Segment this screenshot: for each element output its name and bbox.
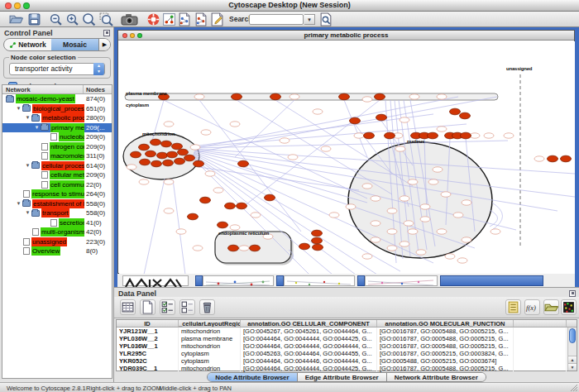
zoom-fit-icon[interactable] [82, 12, 96, 26]
network-edge[interactable] [173, 179, 185, 275]
tree-row[interactable]: nitrogen compo209(0) [2, 142, 112, 152]
network-node-selected[interactable] [194, 160, 204, 167]
minimized-window-2[interactable] [203, 275, 274, 286]
network-node[interactable] [453, 213, 463, 218]
network-node[interactable] [387, 229, 397, 234]
zoom-in-icon[interactable] [65, 12, 79, 26]
network-node-selected[interactable] [428, 132, 438, 139]
tree-row[interactable]: response to stimul264(0) [2, 189, 112, 199]
network-node-selected[interactable] [461, 132, 471, 139]
network-node[interactable] [193, 246, 203, 251]
tree-row[interactable]: mosaic-demo-yeast874(0) [2, 94, 112, 104]
search-options-icon[interactable] [319, 12, 333, 26]
tree-row[interactable]: ▼primary metabo209(... [2, 123, 112, 133]
network-node[interactable] [420, 204, 430, 209]
column-header[interactable]: ID [117, 320, 179, 327]
minimized-window-3[interactable] [284, 275, 355, 286]
delete-attribute-icon[interactable] [199, 299, 215, 315]
network-node[interactable] [288, 155, 298, 160]
network-node[interactable] [280, 138, 290, 143]
network-node-selected[interactable] [151, 160, 162, 167]
network-node-selected[interactable] [175, 158, 185, 165]
network-node-selected[interactable] [376, 114, 387, 121]
network-node[interactable] [504, 133, 514, 138]
network-node[interactable] [230, 225, 240, 230]
attribute-table-icon[interactable] [120, 299, 136, 315]
network-node-selected[interactable] [270, 93, 281, 100]
tree-header[interactable]: Network Nodes [2, 85, 112, 94]
tree-row[interactable]: ▼establishment of lo558(0) [2, 199, 112, 209]
tab-network-attribute-browser[interactable]: Network Attribute Browser [387, 373, 486, 381]
table-row[interactable]: YPL036W__2plasma membrane[GO:0044464, GO… [117, 335, 577, 342]
network-node[interactable] [205, 171, 215, 176]
attribute-table-header[interactable]: ID_cellularLayoutRegionannotation.GO CEL… [117, 320, 577, 327]
tree-row[interactable]: secretion41(0) [2, 218, 112, 228]
network-node[interactable] [416, 250, 426, 255]
network-node[interactable] [371, 196, 380, 201]
import-network-icon[interactable] [177, 12, 191, 26]
network-node[interactable] [239, 246, 249, 251]
network-node-selected[interactable] [140, 159, 151, 165]
minimized-window-2-grip[interactable] [195, 275, 203, 286]
unselect-attributes-icon[interactable] [179, 299, 195, 315]
data-panel-float-icon[interactable] [569, 290, 576, 297]
network-node[interactable] [400, 241, 409, 246]
network-node-selected[interactable] [313, 244, 323, 251]
tree-header-nodes[interactable]: Nodes [86, 86, 105, 93]
network-node[interactable] [371, 221, 380, 226]
network-node[interactable] [321, 146, 331, 151]
network-node[interactable] [428, 179, 438, 184]
network-node[interactable] [127, 165, 136, 170]
table-row[interactable]: YKR052Ccytoplasm[GO:0044464, GO:0044446,… [117, 357, 577, 365]
network-node[interactable] [362, 184, 372, 189]
network-node[interactable] [462, 200, 471, 205]
network-node-selected[interactable] [161, 141, 172, 147]
network-node-selected[interactable] [172, 143, 183, 150]
network-node[interactable] [433, 167, 443, 172]
network-node[interactable] [534, 156, 544, 161]
node-color-dropdown[interactable]: transporter activity ▲▼ [9, 63, 105, 75]
network-node-selected[interactable] [250, 245, 261, 251]
tree-row[interactable]: ▼cellular process614(0) [2, 161, 112, 171]
network-node[interactable] [213, 188, 223, 193]
minimized-window-4[interactable] [365, 275, 438, 286]
table-row[interactable]: YLR295Ccytoplasm[GO:0045263, GO:0044464,… [117, 350, 577, 357]
tab-node-attribute-browser[interactable]: Node Attribute Browser [208, 373, 298, 381]
network-node[interactable] [445, 254, 455, 259]
network-node[interactable] [387, 208, 397, 213]
network-node-selected[interactable] [312, 230, 323, 237]
zoom-out-icon[interactable] [49, 12, 63, 26]
expander-icon[interactable]: ▼ [15, 104, 22, 113]
network-node[interactable] [457, 258, 467, 263]
network-node[interactable] [164, 122, 174, 127]
network-node[interactable] [313, 109, 323, 114]
network-node-selected[interactable] [146, 151, 156, 157]
network-node-selected[interactable] [548, 155, 558, 162]
network-node[interactable] [437, 229, 447, 234]
tree-row[interactable]: macromolecule311(0) [2, 151, 112, 161]
network-node[interactable] [164, 179, 174, 184]
network-edge[interactable] [198, 97, 497, 152]
network-view-window[interactable]: primary metabolic process plasma membran… [117, 30, 575, 274]
network-node-selected[interactable] [450, 108, 461, 115]
apply-layout-icon[interactable] [162, 12, 176, 26]
tree-row[interactable]: Overview8(0) [2, 246, 112, 256]
network-node-selected[interactable] [299, 243, 310, 250]
network-node-selected[interactable] [218, 222, 228, 228]
tree-row[interactable]: cell communicat22(0) [2, 180, 112, 190]
scrollbar-thumb[interactable] [569, 328, 576, 343]
network-node[interactable] [387, 246, 397, 251]
network-node-selected[interactable] [157, 152, 168, 159]
network-node[interactable] [404, 221, 414, 226]
network-node-selected[interactable] [131, 151, 141, 158]
zoom-selected-region-icon[interactable] [99, 12, 113, 26]
network-node[interactable] [400, 117, 409, 122]
network-edge[interactable] [243, 167, 367, 203]
network-node-selected[interactable] [139, 144, 150, 151]
network-node-selected[interactable] [167, 151, 178, 158]
matrix-view-icon[interactable] [561, 299, 577, 315]
network-node-selected[interactable] [238, 160, 249, 167]
tree-row[interactable]: multi-organism pro42(0) [2, 227, 112, 237]
tab-mosaic[interactable]: Mosaic [51, 39, 98, 50]
network-node-selected[interactable] [312, 237, 323, 244]
